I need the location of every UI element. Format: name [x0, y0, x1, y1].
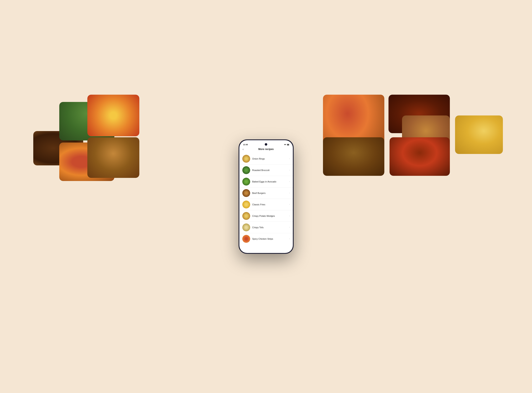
food-card-right-fries — [455, 115, 503, 154]
phone-screen: 12:48 ▾▾ ▮▮ ‹ More recipes Onion Rings›R… — [239, 140, 293, 253]
recipe-thumb-inner — [242, 155, 250, 163]
recipe-chevron-onion-rings: › — [289, 157, 290, 160]
recipe-chevron-beef-burgers: › — [289, 192, 290, 194]
wifi-icon: ▾▾ — [284, 143, 286, 146]
recipe-name-beef-burgers: Beef Burgers — [252, 192, 289, 194]
food-card-left-fried — [87, 137, 139, 178]
recipe-item-roasted-broccoli[interactable]: Roasted Broccoli› — [239, 165, 293, 176]
recipe-chevron-crispy-tofu: › — [289, 226, 290, 228]
recipe-thumb-baked-eggs-avocado — [242, 178, 250, 186]
recipe-name-baked-eggs-avocado: Baked Eggs in Avocado — [252, 180, 289, 183]
recipe-thumb-onion-rings — [242, 155, 250, 163]
food-card-right-dessert — [323, 137, 384, 176]
status-time: 12:48 — [243, 143, 248, 146]
recipe-item-onion-rings[interactable]: Onion Rings› — [239, 153, 293, 165]
recipe-thumb-inner — [242, 212, 250, 220]
app-header: ‹ More recipes — [239, 147, 293, 152]
food-card-right-spicy — [390, 137, 450, 176]
food-card-left-citrus — [87, 95, 139, 136]
recipe-chevron-baked-eggs-avocado: › — [289, 180, 290, 183]
recipe-thumb-inner — [242, 201, 250, 208]
recipe-thumb-beef-burgers — [242, 189, 250, 197]
food-card-inner — [87, 95, 139, 136]
recipe-thumb-inner — [242, 235, 250, 243]
battery-icon: ▮▮ — [287, 143, 289, 146]
recipe-chevron-roasted-broccoli: › — [289, 169, 290, 171]
recipe-thumb-classic-fries — [242, 201, 250, 208]
page-title: More recipes — [258, 148, 274, 151]
recipe-item-beef-burgers[interactable]: Beef Burgers› — [239, 187, 293, 199]
status-icons: ▾▾ ▮▮ — [284, 143, 289, 146]
food-card-inner — [455, 115, 503, 154]
recipe-name-crispy-tofu: Crispy Tofu — [252, 226, 289, 229]
phone-mockup: 12:48 ▾▾ ▮▮ ‹ More recipes Onion Rings›R… — [239, 139, 294, 254]
recipe-thumb-crispy-potato-wedges — [242, 212, 250, 220]
recipe-name-onion-rings: Onion Rings — [252, 157, 289, 160]
recipe-thumb-inner — [242, 178, 250, 186]
back-button[interactable]: ‹ — [243, 147, 244, 151]
recipe-thumb-inner — [242, 189, 250, 197]
recipe-name-roasted-broccoli: Roasted Broccoli — [252, 169, 289, 172]
phone-camera — [265, 143, 267, 146]
food-card-inner — [323, 137, 384, 176]
recipe-name-crispy-potato-wedges: Crispy Potato Wedges — [252, 215, 289, 217]
recipe-item-spicy-chicken-strips[interactable]: Spicy Chicken Strips› — [239, 233, 293, 245]
recipe-item-crispy-tofu[interactable]: Crispy Tofu› — [239, 222, 293, 233]
recipe-thumb-inner — [242, 166, 250, 174]
recipe-thumb-spicy-chicken-strips — [242, 235, 250, 243]
food-card-inner — [87, 137, 139, 178]
recipe-item-crispy-potato-wedges[interactable]: Crispy Potato Wedges› — [239, 210, 293, 222]
recipe-list: Onion Rings›Roasted Broccoli›Baked Eggs … — [239, 152, 293, 253]
recipe-chevron-spicy-chicken-strips: › — [289, 238, 290, 240]
recipe-thumb-roasted-broccoli — [242, 166, 250, 174]
recipe-item-baked-eggs-avocado[interactable]: Baked Eggs in Avocado› — [239, 176, 293, 187]
food-card-inner — [390, 137, 450, 176]
phone-body: 12:48 ▾▾ ▮▮ ‹ More recipes Onion Rings›R… — [239, 139, 294, 254]
recipe-name-spicy-chicken-strips: Spicy Chicken Strips — [252, 238, 289, 240]
recipe-chevron-classic-fries: › — [289, 203, 290, 206]
recipe-thumb-crispy-tofu — [242, 223, 250, 231]
recipe-chevron-crispy-potato-wedges: › — [289, 215, 290, 217]
recipe-item-classic-fries[interactable]: Classic Fries› — [239, 199, 293, 210]
recipe-name-classic-fries: Classic Fries — [252, 203, 289, 206]
recipe-thumb-inner — [242, 223, 250, 231]
